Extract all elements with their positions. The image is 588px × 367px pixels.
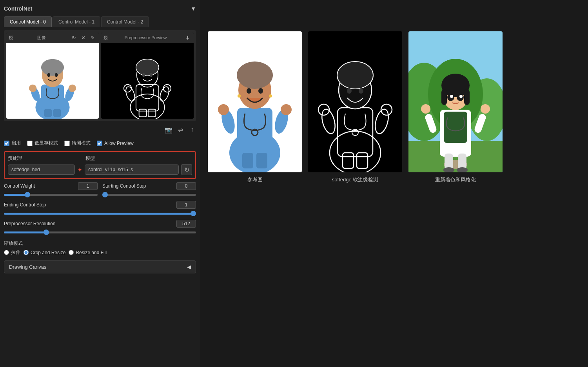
- svg-point-38: [238, 94, 241, 98]
- low-vram-checkbox-item[interactable]: 低显存模式: [27, 140, 58, 146]
- zoom-mode-section: 缩放模式 拉伸 Crop and Resize Resize and Fill: [4, 239, 196, 257]
- ending-step-value[interactable]: 1: [176, 201, 196, 209]
- gallery-item-0: 参考图: [208, 31, 302, 183]
- gallery-image-0: [208, 31, 302, 172]
- svg-point-46: [337, 61, 373, 89]
- drawing-canvas-row[interactable]: Drawing Canvas ◀: [4, 260, 196, 273]
- gallery-item-2: 重新着色和风格化: [408, 31, 503, 183]
- edge-svg: [101, 43, 194, 119]
- preprocessor-select[interactable]: softedge_hed softedge_hedsafe softedge_p…: [8, 165, 75, 175]
- enable-checkbox-item[interactable]: 启用: [4, 140, 21, 146]
- preprocessor-preview-content: [101, 43, 194, 119]
- model-select[interactable]: control_v11p_sd15_s control_v11p_sd15_ca…: [85, 165, 179, 175]
- preprocessor-resolution-track[interactable]: [4, 231, 196, 233]
- preprocessor-preview-label: Preprocessor Preview: [125, 35, 167, 40]
- radio-crop-input[interactable]: [24, 250, 29, 255]
- gallery-image-2: [408, 31, 503, 172]
- radio-fill-input[interactable]: [69, 250, 74, 255]
- tab-control-model-0[interactable]: Control Model - 0: [4, 16, 52, 27]
- edit-input-icon[interactable]: ✎: [89, 34, 96, 42]
- enable-checkbox[interactable]: [4, 141, 9, 146]
- right-panel: 参考图: [200, 0, 588, 367]
- ending-step-track[interactable]: [4, 213, 196, 215]
- preprocessor-resolution-value[interactable]: 512: [176, 220, 196, 228]
- gallery-image-1: [308, 31, 402, 172]
- svg-point-47: [347, 88, 352, 94]
- svg-point-6: [55, 73, 58, 77]
- preprocessor-preview-header: 🖼 Preprocessor Preview ⬇: [101, 33, 194, 43]
- svg-point-39: [269, 94, 272, 98]
- gallery-item-1: softedge 软边缘检测: [308, 31, 402, 183]
- radio-stretch-input[interactable]: [4, 250, 9, 255]
- preprocessor-preview-icons: ⬇: [183, 34, 191, 42]
- camera-icon[interactable]: 📷: [165, 126, 172, 134]
- starting-step-row: Starting Control Step 0: [102, 182, 196, 198]
- download-preview-icon[interactable]: ⬇: [183, 34, 191, 42]
- panel-collapse-icon[interactable]: ▼: [191, 5, 196, 12]
- input-image-label: 图像: [37, 35, 46, 41]
- radio-stretch-label: 拉伸: [11, 249, 20, 256]
- starting-step-value[interactable]: 0: [176, 182, 196, 190]
- input-image-header: 🖼 图像 ↻ ✕ ✎: [6, 33, 99, 43]
- input-image-content[interactable]: [6, 43, 99, 119]
- control-weight-fill: [4, 194, 27, 196]
- input-image-icon: 🖼: [9, 35, 13, 40]
- guess-mode-checkbox-item[interactable]: 猜测模式: [64, 140, 91, 146]
- svg-rect-66: [441, 89, 447, 105]
- starting-step-track[interactable]: [102, 194, 196, 196]
- starting-step-label: Starting Control Step: [102, 183, 146, 189]
- gallery-caption-0: 参考图: [247, 176, 263, 183]
- model-select-wrapper: control_v11p_sd15_s control_v11p_sd15_ca…: [85, 165, 179, 175]
- gallery-nurse-svg: [208, 31, 302, 172]
- low-vram-label: 低显存模式: [34, 140, 58, 146]
- gallery-anime-svg: [408, 31, 503, 172]
- svg-point-36: [281, 104, 292, 115]
- control-weight-value[interactable]: 1: [78, 182, 98, 190]
- preprocessor-resolution-slider-container: [4, 229, 196, 235]
- svg-point-74: [421, 104, 430, 114]
- allow-preview-checkbox[interactable]: [97, 141, 102, 146]
- guess-mode-label: 猜测模式: [72, 140, 91, 146]
- preproc-model-selects: softedge_hed softedge_hedsafe softedge_p…: [8, 164, 192, 175]
- svg-rect-12: [53, 109, 61, 117]
- star-icon[interactable]: ✦: [77, 166, 82, 174]
- preprocessor-label: 预处理: [8, 155, 84, 162]
- svg-rect-67: [464, 89, 470, 105]
- allow-preview-label: Allow Preview: [104, 141, 134, 146]
- tab-control-model-2[interactable]: Control Model - 2: [101, 16, 149, 27]
- preprocessor-preview-box: 🖼 Preprocessor Preview ⬇: [101, 33, 194, 119]
- radio-fill-label: Resize and Fill: [76, 250, 107, 255]
- control-weight-slider-container: [4, 192, 98, 198]
- drawing-canvas-icon: ◀: [187, 264, 191, 270]
- swap-icon[interactable]: ⇌: [176, 126, 184, 134]
- ending-step-header: Ending Control Step 1: [4, 201, 196, 209]
- preprocessor-resolution-thumb[interactable]: [44, 230, 49, 235]
- control-weight-label: Control Weight: [4, 183, 35, 189]
- upload-icon[interactable]: ↑: [188, 126, 196, 134]
- tab-control-model-1[interactable]: Control Model - 1: [53, 16, 100, 27]
- model-refresh-icon[interactable]: ↻: [181, 164, 192, 175]
- zoom-mode-label: 缩放模式: [4, 240, 196, 247]
- close-input-icon[interactable]: ✕: [79, 34, 87, 42]
- svg-rect-28: [237, 108, 272, 157]
- starting-step-thumb[interactable]: [102, 192, 108, 197]
- low-vram-checkbox[interactable]: [27, 141, 33, 146]
- svg-point-32: [258, 88, 263, 94]
- starting-step-slider-container: [102, 192, 196, 198]
- guess-mode-checkbox[interactable]: [64, 141, 70, 146]
- ending-step-thumb[interactable]: [191, 211, 196, 216]
- panel-title: ControlNet: [4, 5, 32, 12]
- control-weight-track[interactable]: [4, 194, 98, 196]
- preprocessor-select-wrapper: softedge_hed softedge_hedsafe softedge_p…: [8, 165, 75, 175]
- refresh-input-icon[interactable]: ↻: [70, 34, 78, 42]
- radio-crop[interactable]: Crop and Resize: [24, 250, 65, 255]
- gallery-caption-1: softedge 软边缘检测: [332, 176, 379, 183]
- svg-point-9: [29, 85, 36, 92]
- control-weight-thumb[interactable]: [25, 192, 30, 197]
- starting-step-header: Starting Control Step 0: [102, 182, 196, 190]
- allow-preview-checkbox-item[interactable]: Allow Preview: [97, 141, 134, 146]
- svg-point-10: [69, 85, 76, 92]
- radio-fill[interactable]: Resize and Fill: [69, 250, 107, 255]
- radio-stretch[interactable]: 拉伸: [4, 249, 20, 256]
- enable-label: 启用: [11, 140, 21, 146]
